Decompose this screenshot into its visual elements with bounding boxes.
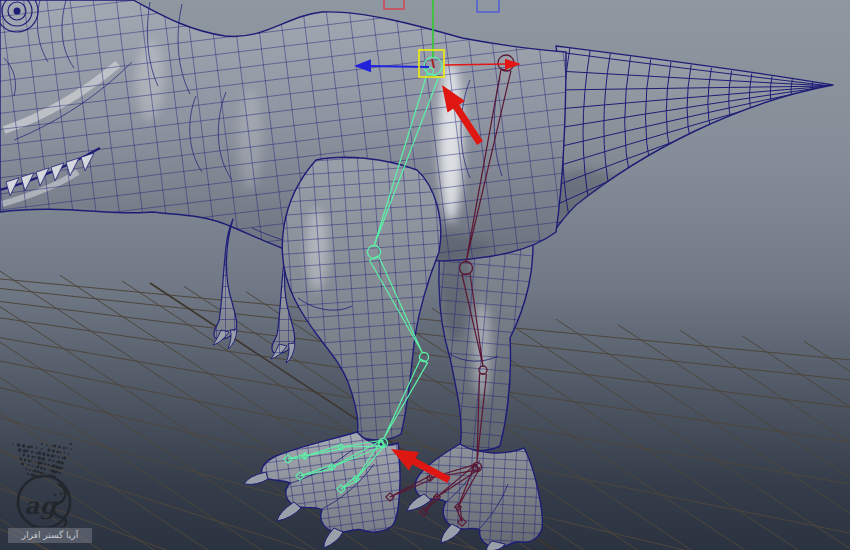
3d-viewport[interactable]: ag آریا گستر افزار [0,0,850,550]
dinosaur-wireframe-model[interactable] [0,0,833,550]
x-axis-handle [444,64,506,65]
watermark-caption-text: آریا گستر افزار [22,530,78,540]
viewport-canvas[interactable] [0,0,850,550]
watermark-logo: ag [6,432,101,527]
watermark-caption-bar: آریا گستر افزار [8,528,92,543]
z-axis-handle [368,66,429,67]
